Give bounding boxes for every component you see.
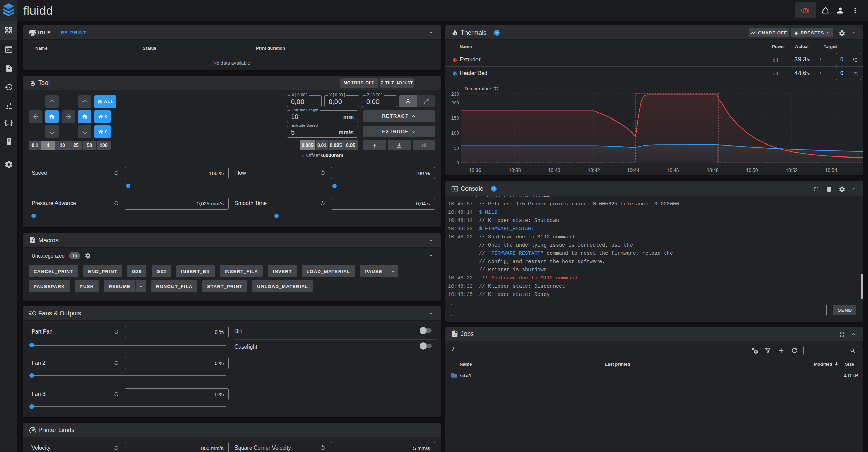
svg-text:200: 200 <box>451 100 459 105</box>
svg-text:10:44: 10:44 <box>627 167 639 173</box>
svg-text:10:46: 10:46 <box>667 167 679 173</box>
svg-text:150: 150 <box>451 115 459 121</box>
svg-text:10:38: 10:38 <box>509 167 521 173</box>
svg-text:10:40: 10:40 <box>548 167 560 173</box>
svg-text:10:52: 10:52 <box>786 167 797 173</box>
svg-text:100: 100 <box>451 130 459 136</box>
svg-text:10:54: 10:54 <box>825 167 837 173</box>
svg-text:10:50: 10:50 <box>746 167 758 173</box>
svg-text:10:48: 10:48 <box>706 167 718 173</box>
svg-text:230: 230 <box>451 91 459 97</box>
svg-text:10:42: 10:42 <box>588 167 600 173</box>
svg-text:50: 50 <box>454 146 459 151</box>
svg-text:Temperature °C: Temperature °C <box>464 86 498 91</box>
svg-text:0: 0 <box>456 160 459 165</box>
svg-text:10:36: 10:36 <box>469 167 481 173</box>
